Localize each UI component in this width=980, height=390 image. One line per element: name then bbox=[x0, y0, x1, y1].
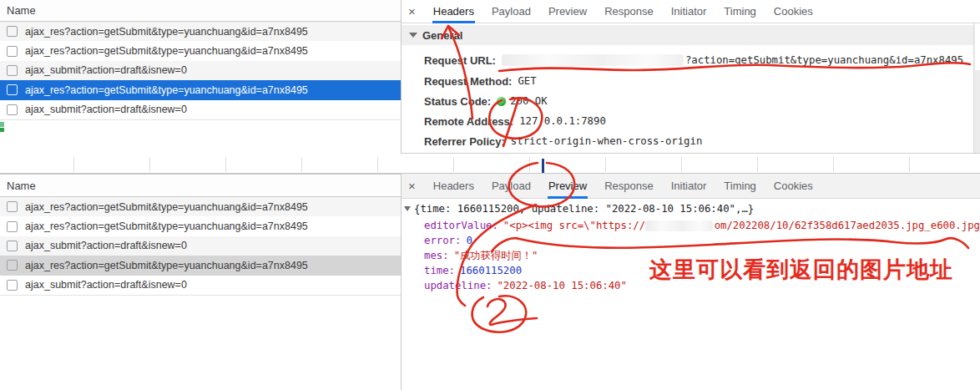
field-label: Status Code: bbox=[424, 95, 491, 108]
bottom-detail-tabbar: × Headers Payload Preview Response Initi… bbox=[402, 174, 980, 199]
request-method-row: Request Method: GET bbox=[424, 73, 537, 89]
remote-address-row: Remote Address: 127.0.0.1:7890 bbox=[424, 114, 606, 129]
field-label: Request Method: bbox=[424, 75, 512, 88]
request-name: ajax_submit?action=draft&isnew=0 bbox=[25, 64, 187, 76]
json-string-value: "成功获得时间！" bbox=[454, 249, 538, 263]
devtools-network-screenshot: Name ajax_res?action=getSubmit&type=yuan… bbox=[0, 0, 980, 390]
field-value: 127.0.0.1:7890 bbox=[519, 115, 606, 127]
row-checkbox[interactable] bbox=[7, 201, 18, 212]
tab-preview[interactable]: Preview bbox=[548, 0, 588, 23]
row-checkbox[interactable] bbox=[7, 26, 18, 37]
json-string-value: "<p><img src=\"https:// bbox=[503, 220, 645, 231]
request-name: ajax_res?action=getSubmit&type=yuanchuan… bbox=[25, 220, 308, 232]
tab-payload[interactable]: Payload bbox=[491, 174, 532, 199]
annotation-note-text: 这里可以看到返回的图片地址 bbox=[649, 255, 953, 285]
row-checkbox[interactable] bbox=[7, 221, 18, 232]
tab-preview[interactable]: Preview bbox=[548, 174, 588, 199]
name-column-header[interactable]: Name bbox=[0, 175, 401, 197]
request-name: ajax_submit?action=draft&isnew=0 bbox=[25, 279, 187, 291]
list-divider bbox=[0, 295, 401, 296]
json-key: mes: bbox=[424, 250, 449, 261]
request-name: ajax_res?action=getSubmit&type=yuanchuan… bbox=[25, 26, 308, 38]
disclosure-triangle-icon[interactable] bbox=[404, 206, 411, 211]
tab-response[interactable]: Response bbox=[604, 174, 654, 199]
request-name: ajax_res?action=getSubmit&type=yuanchuan… bbox=[25, 201, 308, 213]
request-row[interactable]: ajax_res?action=getSubmit&type=yuanchuan… bbox=[0, 216, 401, 236]
request-row-selected[interactable]: ajax_res?action=getSubmit&type=yuanchuan… bbox=[0, 256, 401, 275]
json-string-value: om/202208/10/62f358d617aed2035.jpg_e600.… bbox=[715, 220, 980, 231]
disclosure-triangle-icon bbox=[409, 33, 417, 38]
status-code-row: Status Code: 200 OK bbox=[424, 94, 548, 109]
field-value: GET bbox=[518, 75, 536, 87]
field-label: Referrer Policy: bbox=[424, 135, 505, 148]
tab-headers[interactable]: Headers bbox=[432, 0, 475, 23]
tab-timing[interactable]: Timing bbox=[723, 174, 757, 199]
tab-cookies[interactable]: Cookies bbox=[773, 0, 814, 23]
json-number-value: 0 bbox=[466, 235, 472, 246]
field-value: 200 OK bbox=[510, 95, 547, 107]
json-number-value: 1660115200 bbox=[460, 265, 522, 276]
request-row[interactable]: ajax_res?action=getSubmit&type=yuanchuan… bbox=[0, 197, 401, 216]
row-checkbox[interactable] bbox=[7, 104, 18, 115]
json-entry-error[interactable]: error: 0 bbox=[424, 233, 472, 248]
request-url-row: Request URL: ?action=getSubmit&type=yuan… bbox=[424, 53, 963, 68]
top-request-list-pane: Name ajax_res?action=getSubmit&type=yuan… bbox=[0, 0, 401, 120]
request-row[interactable]: ajax_res?action=getSubmit&type=yuanchuan… bbox=[0, 41, 401, 60]
section-label: General bbox=[422, 29, 462, 42]
json-entry-editorvalue[interactable]: editorValue: "<p><img src=\"https:// om/… bbox=[424, 218, 980, 233]
request-row-selected[interactable]: ajax_res?action=getSubmit&type=yuanchuan… bbox=[0, 80, 401, 99]
pane-divider bbox=[401, 153, 980, 154]
tab-headers[interactable]: Headers bbox=[432, 174, 475, 199]
request-row[interactable]: ajax_submit?action=draft&isnew=0 bbox=[0, 100, 401, 119]
json-key: time: bbox=[424, 265, 455, 276]
scrollbar-track[interactable] bbox=[973, 23, 980, 154]
tab-initiator[interactable]: Initiator bbox=[670, 174, 708, 199]
request-name: ajax_res?action=getSubmit&type=yuanchuan… bbox=[25, 260, 308, 271]
request-name: ajax_res?action=getSubmit&type=yuanchuan… bbox=[25, 45, 308, 57]
tab-payload[interactable]: Payload bbox=[491, 0, 532, 23]
top-detail-tabbar: × Headers Payload Preview Response Initi… bbox=[402, 0, 980, 23]
field-label: Request URL: bbox=[424, 54, 496, 67]
json-entry-updateline[interactable]: updateline: "2022-08-10 15:06:40" bbox=[424, 278, 627, 293]
json-root-line[interactable]: {time: 1660115200, updateline: "2022-08-… bbox=[404, 201, 754, 216]
row-checkbox[interactable] bbox=[7, 241, 18, 251]
scrollbar-thumb[interactable] bbox=[975, 23, 980, 70]
request-name: ajax_res?action=getSubmit&type=yuanchuan… bbox=[25, 84, 308, 96]
json-entry-time[interactable]: time: 1660115200 bbox=[424, 263, 522, 278]
field-value: ?action=getSubmit&type=yuanchuang&id=a7n… bbox=[685, 54, 963, 66]
field-label: Remote Address: bbox=[424, 115, 513, 128]
json-key: updateline: bbox=[424, 280, 492, 291]
name-column-header[interactable]: Name bbox=[0, 0, 401, 22]
request-row[interactable]: ajax_res?action=getSubmit&type=yuanchuan… bbox=[0, 22, 401, 41]
request-name: ajax_submit?action=draft&isnew=0 bbox=[25, 104, 187, 115]
tab-cookies[interactable]: Cookies bbox=[773, 174, 814, 199]
text-cursor-caret bbox=[542, 159, 544, 173]
json-string-value: "2022-08-10 15:06:40" bbox=[497, 280, 626, 291]
request-row[interactable]: ajax_submit?action=draft&isnew=0 bbox=[0, 276, 401, 295]
field-value: strict-origin-when-cross-origin bbox=[511, 135, 703, 147]
close-icon[interactable]: × bbox=[408, 179, 416, 193]
tab-response[interactable]: Response bbox=[604, 0, 654, 23]
general-section-header[interactable]: General bbox=[402, 25, 980, 45]
row-checkbox[interactable] bbox=[7, 280, 18, 291]
request-row[interactable]: ajax_submit?action=draft&isnew=0 bbox=[0, 61, 401, 80]
json-key: editorValue: bbox=[424, 220, 498, 231]
tab-timing[interactable]: Timing bbox=[723, 0, 757, 23]
json-key: error: bbox=[424, 235, 461, 246]
redacted-url-blur bbox=[502, 54, 684, 66]
row-checkbox[interactable] bbox=[7, 260, 18, 271]
json-entry-mes[interactable]: mes: "成功获得时间！" bbox=[424, 248, 538, 263]
request-name: ajax_submit?action=draft&isnew=0 bbox=[25, 240, 187, 251]
list-divider bbox=[0, 119, 401, 120]
referrer-policy-row: Referrer Policy: strict-origin-when-cros… bbox=[424, 134, 702, 149]
favicon-fragment-icon bbox=[0, 122, 4, 133]
row-checkbox[interactable] bbox=[7, 65, 18, 76]
redacted-domain-blur bbox=[645, 220, 713, 231]
request-row[interactable]: ajax_submit?action=draft&isnew=0 bbox=[0, 236, 401, 256]
bottom-request-list-pane: Name ajax_res?action=getSubmit&type=yuan… bbox=[0, 175, 401, 296]
row-checkbox[interactable] bbox=[7, 46, 18, 57]
tab-initiator[interactable]: Initiator bbox=[670, 0, 708, 23]
row-checkbox[interactable] bbox=[7, 84, 18, 95]
status-ok-dot-icon bbox=[497, 97, 506, 106]
close-icon[interactable]: × bbox=[408, 4, 416, 18]
